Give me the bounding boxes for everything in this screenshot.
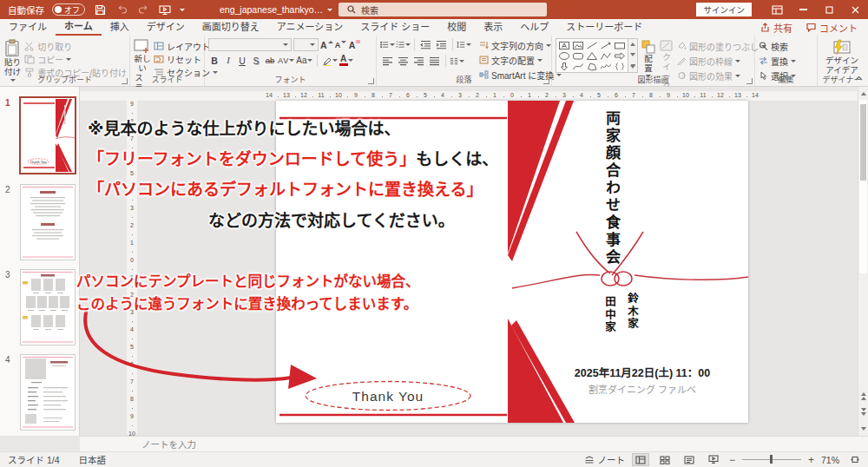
search-input[interactable]: 検索 — [339, 3, 547, 16]
arrow-down-shape-icon[interactable] — [557, 61, 571, 71]
clear-formatting-button[interactable]: A — [349, 38, 361, 51]
scribble-shape-icon[interactable] — [599, 61, 613, 71]
align-center-button[interactable] — [396, 55, 411, 68]
scrollbar-thumb[interactable] — [860, 104, 866, 181]
grow-font-button[interactable]: A — [320, 38, 333, 51]
quick-access-more-icon[interactable] — [180, 9, 185, 11]
brace-pair-shape-icon[interactable] — [613, 61, 627, 71]
tab-ファイル[interactable]: ファイル — [0, 19, 56, 36]
zoom-in-button[interactable]: + — [808, 454, 814, 466]
clipboard-dialog-launcher-icon[interactable] — [122, 78, 128, 84]
character-spacing-button[interactable]: AV — [278, 54, 294, 67]
font-size-select[interactable] — [293, 38, 319, 51]
slide-thumbnail-2[interactable] — [20, 184, 76, 260]
rounded-rect-shape-icon[interactable] — [571, 50, 585, 61]
tab-挿入[interactable]: 挿入 — [102, 19, 138, 36]
paragraph-dialog-launcher-icon[interactable] — [543, 78, 549, 84]
text-box-shape-icon[interactable] — [557, 40, 571, 50]
horizontal-ruler[interactable]: 141312111098765432101234567891011121314 — [80, 91, 858, 101]
gallery-more-icon[interactable] — [630, 65, 635, 69]
shrink-font-button[interactable]: A — [335, 38, 347, 51]
title-dropdown-icon[interactable] — [327, 9, 332, 11]
reading-view-button[interactable] — [681, 453, 698, 466]
line-arrow-shape-icon[interactable] — [599, 40, 613, 50]
shapes-gallery[interactable] — [556, 38, 628, 73]
font-name-select[interactable] — [208, 38, 292, 51]
slideshow-view-button[interactable] — [705, 453, 722, 466]
tab-デザイン[interactable]: デザイン — [138, 19, 194, 36]
underline-button[interactable]: U — [236, 54, 248, 67]
polyline-shape-icon[interactable] — [599, 50, 613, 61]
justify-button[interactable] — [427, 55, 442, 68]
tab-校閲[interactable]: 校閲 — [438, 19, 475, 36]
bullets-button[interactable] — [380, 38, 395, 51]
tab-ストーリーボード[interactable]: ストーリーボード — [557, 19, 651, 36]
decrease-indent-button[interactable] — [418, 38, 433, 51]
text-shadow-button[interactable]: S — [250, 54, 262, 67]
slideshow-icon[interactable] — [158, 3, 172, 16]
line-spacing-button[interactable] — [457, 38, 471, 51]
picture-shape-icon[interactable] — [571, 40, 585, 50]
notes-toggle-button[interactable]: ノート — [584, 453, 625, 466]
text-direction-button[interactable]: 文字列の方向 — [479, 39, 562, 51]
fit-to-window-icon[interactable] — [846, 453, 864, 466]
tab-画面切り替え[interactable]: 画面切り替え — [194, 19, 268, 36]
notes-input-bar[interactable]: ノートを入力 — [80, 436, 868, 451]
cut-button[interactable]: 切り取り — [24, 40, 127, 52]
slide-sorter-view-button[interactable] — [656, 453, 674, 466]
document-title[interactable]: eng_japanese_thankyo… — [220, 4, 323, 15]
strikethrough-button[interactable]: ab — [264, 54, 276, 67]
scroll-up-icon[interactable] — [858, 87, 868, 101]
maximize-button[interactable] — [816, 0, 842, 19]
collapse-ribbon-icon[interactable] — [852, 73, 865, 83]
ribbon-display-options-icon[interactable] — [764, 0, 790, 19]
change-case-button[interactable]: Aa — [296, 54, 312, 67]
vertical-scrollbar[interactable] — [858, 87, 868, 436]
zoom-slider-thumb[interactable] — [770, 455, 773, 464]
align-text-button[interactable]: 文字の配置 — [479, 54, 562, 66]
previous-slide-button[interactable] — [858, 389, 868, 403]
tab-ホーム[interactable]: ホーム — [56, 19, 102, 36]
sign-in-button[interactable]: サインイン — [696, 3, 752, 16]
slide-thumbnail-1[interactable]: Thank You — [19, 96, 76, 174]
oval-shape-icon[interactable] — [557, 50, 571, 61]
columns-button[interactable] — [450, 55, 464, 68]
tab-スライド ショー[interactable]: スライド ショー — [352, 19, 438, 36]
design-ideas-button[interactable]: デザイン アイデア — [821, 38, 863, 76]
copy-button[interactable]: コピー — [24, 53, 127, 65]
freeform-shape-icon[interactable] — [585, 61, 599, 71]
tab-表示[interactable]: 表示 — [475, 19, 511, 36]
curve-shape-icon[interactable] — [571, 61, 585, 71]
find-button[interactable]: 検索 — [759, 40, 814, 52]
gallery-down-icon[interactable] — [630, 53, 635, 56]
zoom-out-button[interactable]: − — [729, 454, 735, 466]
event-date[interactable]: 2025年11月22日(土) 11：00 — [556, 364, 729, 380]
line-shape-icon[interactable] — [585, 40, 599, 50]
highlight-color-button[interactable] — [322, 54, 338, 67]
replace-button[interactable]: 置換 — [759, 55, 814, 67]
font-color-button[interactable]: A — [339, 54, 353, 67]
save-icon[interactable] — [93, 3, 107, 16]
redo-icon[interactable] — [136, 3, 150, 16]
undo-icon[interactable] — [115, 3, 128, 16]
rect-shape-icon[interactable] — [613, 40, 627, 50]
gallery-up-icon[interactable] — [630, 43, 635, 46]
italic-button[interactable]: I — [222, 54, 234, 67]
align-right-button[interactable] — [411, 55, 426, 68]
align-left-button[interactable] — [380, 55, 395, 68]
slide-thumbnail-4[interactable] — [20, 354, 76, 431]
minimize-button[interactable] — [790, 0, 816, 19]
numbering-button[interactable] — [396, 38, 411, 51]
scroll-down-icon[interactable] — [858, 422, 868, 436]
autosave-toggle[interactable]: オフ — [52, 3, 85, 16]
bold-button[interactable]: B — [208, 54, 220, 67]
increase-indent-button[interactable] — [434, 38, 449, 51]
slide-thumbnail-3[interactable] — [20, 269, 76, 345]
arrow-right-shape-icon[interactable] — [613, 50, 627, 61]
normal-view-button[interactable] — [632, 453, 649, 466]
close-button[interactable] — [842, 0, 868, 19]
triangle-shape-icon[interactable] — [585, 50, 599, 61]
zoom-slider[interactable] — [742, 459, 801, 460]
slide-title-vertical[interactable]: 両家顔合わせ食事会 — [601, 110, 622, 280]
font-dialog-launcher-icon[interactable] — [368, 78, 374, 84]
